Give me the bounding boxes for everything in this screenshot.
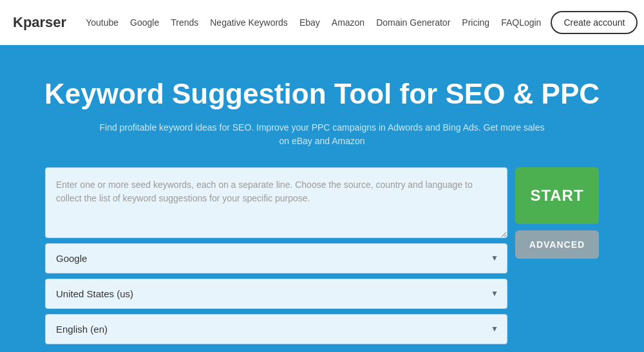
hero-section: Keyword Suggestion Tool for SEO & PPC Fi… xyxy=(0,45,644,352)
main-nav: Kparser Youtube Google Trends Negative K… xyxy=(0,0,644,45)
nav-link-negative-keywords[interactable]: Negative Keywords xyxy=(210,17,288,28)
advanced-button[interactable]: ADVANCED xyxy=(515,230,599,259)
login-button[interactable]: Login xyxy=(519,17,541,28)
keywords-textarea[interactable] xyxy=(45,167,507,238)
nav-link-trends[interactable]: Trends xyxy=(171,17,198,28)
nav-link-faq[interactable]: FAQ xyxy=(501,17,519,28)
country-select-wrapper: United States (us) United Kingdom (gb) C… xyxy=(45,279,507,309)
nav-link-youtube[interactable]: Youtube xyxy=(86,17,118,28)
language-select[interactable]: English (en) Spanish (es) French (fr) Ge… xyxy=(45,314,507,344)
hero-title: Keyword Suggestion Tool for SEO & PPC xyxy=(13,77,631,111)
country-select[interactable]: United States (us) United Kingdom (gb) C… xyxy=(45,279,507,309)
create-account-button[interactable]: Create account xyxy=(551,11,638,34)
nav-links: Youtube Google Trends Negative Keywords … xyxy=(86,17,519,28)
search-form: Google YouTube Bing Amazon eBay ▼ United… xyxy=(32,167,612,344)
form-right: START ADVANCED xyxy=(515,167,599,259)
nav-link-google[interactable]: Google xyxy=(130,17,159,28)
nav-actions: Login Create account xyxy=(519,11,638,34)
language-select-wrapper: English (en) Spanish (es) French (fr) Ge… xyxy=(45,314,507,344)
source-select[interactable]: Google YouTube Bing Amazon eBay xyxy=(45,243,507,273)
source-select-wrapper: Google YouTube Bing Amazon eBay ▼ xyxy=(45,243,507,273)
form-left: Google YouTube Bing Amazon eBay ▼ United… xyxy=(45,167,507,344)
site-logo[interactable]: Kparser xyxy=(13,14,66,31)
nav-link-amazon[interactable]: Amazon xyxy=(332,17,365,28)
start-button[interactable]: START xyxy=(515,167,599,224)
hero-subtitle: Find profitable keyword ideas for SEO. I… xyxy=(97,121,547,148)
nav-link-pricing[interactable]: Pricing xyxy=(462,17,489,28)
nav-link-domain-generator[interactable]: Domain Generator xyxy=(376,17,450,28)
nav-link-ebay[interactable]: Ebay xyxy=(299,17,320,28)
